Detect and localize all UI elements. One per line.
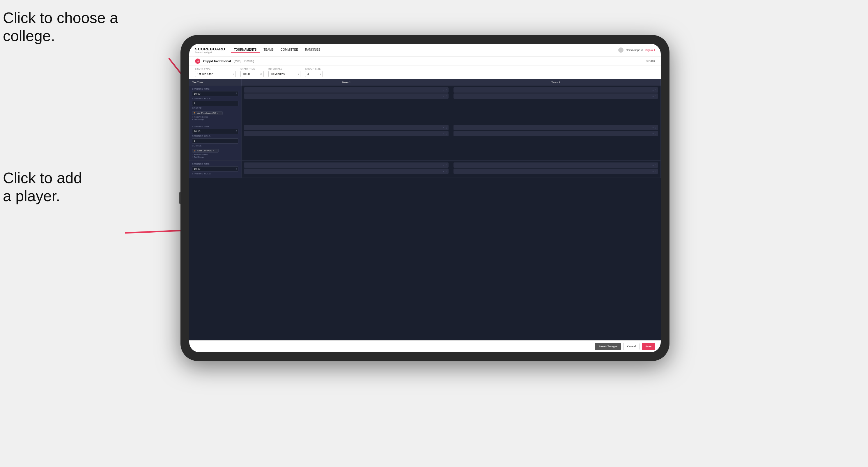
starting-hole-select-1[interactable]: 1 — [192, 101, 238, 106]
player-x-icon-t2-21[interactable]: × — [652, 126, 654, 129]
tournament-icon: C — [195, 59, 200, 64]
player-x-icon-1-2[interactable]: × — [443, 95, 444, 97]
player-edit-icon-t2-31[interactable]: ⋮ — [655, 164, 657, 166]
group-size-label: Group Size — [305, 67, 322, 70]
course-label-2: COURSE: — [192, 145, 238, 147]
player-x-icon-1-1[interactable]: × — [443, 89, 444, 91]
save-button[interactable]: Save — [642, 343, 655, 350]
course-tag-remove-2[interactable]: × — [213, 149, 214, 152]
course-tag-remove-1[interactable]: × — [217, 112, 218, 115]
course-tag-wrapper-2: 🏌 East Lake GC × ⋮ — [192, 147, 238, 153]
tee-left-1: STARTING TIME: ⏱ STARTING HOLE: 1 COURSE… — [189, 86, 242, 123]
player-slot-t1-21[interactable]: × ⋮ — [244, 125, 448, 130]
player-edit-icon-t1-31[interactable]: ⋮ — [445, 164, 447, 166]
course-tag-edit-2[interactable]: ⋮ — [215, 149, 217, 152]
player-edit-icon-t2-21[interactable]: ⋮ — [655, 126, 657, 129]
add-group-1[interactable]: + Add Group — [192, 119, 238, 121]
course-tag-2[interactable]: 🏌 East Lake GC × ⋮ — [192, 149, 219, 153]
player-slot-1-2[interactable]: × ⋮ — [244, 93, 448, 99]
sign-out-link[interactable]: Sign out — [645, 49, 655, 52]
starting-time-input-3[interactable] — [192, 166, 238, 172]
remove-group-label-1: Remove Group — [194, 116, 208, 118]
player-edit-icon-2-1[interactable]: ⋮ — [655, 89, 657, 91]
player-slot-1-1[interactable]: × ⋮ — [244, 87, 448, 93]
remove-group-1[interactable]: ○ Remove Group — [192, 116, 238, 118]
player-slot-t2-22[interactable]: × ⋮ — [454, 131, 658, 136]
player-slot-t2-21[interactable]: × ⋮ — [454, 125, 658, 130]
player-slot-t1-22[interactable]: × ⋮ — [244, 131, 448, 136]
nav-tournaments[interactable]: TOURNAMENTS — [231, 47, 260, 53]
player-slot-t2-31[interactable]: × ⋮ — [454, 162, 658, 168]
starting-hole-select-2[interactable]: 1 — [192, 138, 238, 144]
intervals-label: Intervals — [268, 67, 300, 70]
nav-right: blair@clippd.io Sign out — [618, 48, 655, 53]
nav-links: TOURNAMENTS TEAMS COMMITTEE RANKINGS — [231, 47, 618, 53]
start-time-input-wrapper: ⏱ — [241, 71, 264, 77]
tee-team1-1: × ⋮ × ⋮ — [242, 86, 451, 123]
player-x-icon-t2-22[interactable]: × — [652, 132, 654, 135]
starting-time-label-2: STARTING TIME: — [192, 125, 238, 127]
player-edit-icon-t2-22[interactable]: ⋮ — [655, 132, 657, 135]
player-edit-icon-t2-32[interactable]: ⋮ — [655, 170, 657, 173]
annotation-bottom-line2: a player. — [3, 187, 82, 205]
annotation-top: Click to choose a college. — [3, 9, 118, 45]
group-size-select-wrapper: 3 ▾ — [305, 71, 322, 77]
player-slot-t1-31[interactable]: × ⋮ — [244, 162, 448, 168]
player-x-icon-t2-32[interactable]: × — [652, 170, 654, 173]
player-slot-t1-32[interactable]: × ⋮ — [244, 168, 448, 174]
start-type-select[interactable]: 1st Tee Start — [195, 71, 236, 77]
add-group-icon-1: + — [192, 119, 193, 121]
tee-team1-2: × ⋮ × ⋮ — [242, 123, 451, 160]
table-header: Tee Time Team 1 Team 2 — [189, 79, 661, 86]
nav-committee[interactable]: COMMITTEE — [278, 47, 301, 53]
player-slot-2-2[interactable]: × ⋮ — [454, 93, 658, 99]
starting-time-input-1[interactable] — [192, 91, 238, 96]
course-tag-edit-1[interactable]: ⋮ — [219, 112, 221, 115]
player-edit-icon-1-2[interactable]: ⋮ — [445, 95, 447, 97]
player-edit-icon-t1-32[interactable]: ⋮ — [445, 170, 447, 173]
nav-teams[interactable]: TEAMS — [261, 47, 277, 53]
tee-left-3: STARTING TIME: ⏱ STARTING HOLE: — [189, 161, 242, 178]
tablet-frame: SCOREBOARD Powered by clippd TOURNAMENTS… — [181, 35, 670, 361]
main-content[interactable]: STARTING TIME: ⏱ STARTING HOLE: 1 COURSE… — [189, 86, 661, 340]
starting-hole-label-2: STARTING HOLE: — [192, 135, 238, 137]
remove-group-label-2: Remove Group — [194, 153, 208, 155]
starting-time-input-2[interactable] — [192, 129, 238, 134]
player-x-icon-t1-31[interactable]: × — [443, 164, 444, 166]
starting-hole-label-1: STARTING HOLE: — [192, 97, 238, 100]
add-group-label-2: Add Group — [194, 156, 204, 158]
player-x-icon-2-2[interactable]: × — [652, 95, 654, 97]
player-slot-t2-32[interactable]: × ⋮ — [454, 168, 658, 174]
player-x-icon-t2-31[interactable]: × — [652, 164, 654, 166]
remove-group-2[interactable]: ○ Remove Group — [192, 153, 238, 155]
player-edit-icon-1-1[interactable]: ⋮ — [445, 89, 447, 91]
top-nav: SCOREBOARD Powered by clippd TOURNAMENTS… — [189, 44, 661, 57]
player-slot-2-1[interactable]: × ⋮ — [454, 87, 658, 93]
starting-time-label-1: STARTING TIME: — [192, 88, 238, 90]
course-label-1: COURSE: — [192, 107, 238, 109]
group-size-select[interactable]: 3 — [305, 71, 322, 77]
starting-hole-label-3: STARTING HOLE: — [192, 173, 238, 175]
add-group-2[interactable]: + Add Group — [192, 156, 238, 158]
tee-row-3: STARTING TIME: ⏱ STARTING HOLE: × ⋮ × ⋮ — [189, 161, 661, 178]
player-edit-icon-2-2[interactable]: ⋮ — [655, 95, 657, 97]
player-x-icon-t1-22[interactable]: × — [443, 132, 444, 135]
player-x-icon-2-1[interactable]: × — [652, 89, 654, 91]
tee-team2-1: × ⋮ × ⋮ — [451, 86, 661, 123]
back-button[interactable]: < Back — [646, 59, 655, 63]
tee-row-2: STARTING TIME: ⏱ STARTING HOLE: 1 COURSE… — [189, 123, 661, 161]
course-tag-1[interactable]: 🏌 (A) Peachtree GC × ⋮ — [192, 111, 223, 115]
player-edit-icon-t1-21[interactable]: ⋮ — [445, 126, 447, 129]
reset-button[interactable]: Reset Changes — [595, 343, 621, 350]
tee-team1-3: × ⋮ × ⋮ — [242, 161, 451, 178]
nav-rankings[interactable]: RANKINGS — [302, 47, 323, 53]
player-edit-icon-t1-22[interactable]: ⋮ — [445, 132, 447, 135]
logo-area: SCOREBOARD Powered by clippd — [195, 47, 225, 53]
player-x-icon-t1-21[interactable]: × — [443, 126, 444, 129]
player-x-icon-t1-32[interactable]: × — [443, 170, 444, 173]
intervals-select[interactable]: 10 Minutes — [268, 71, 300, 77]
th-team2: Team 2 — [451, 79, 661, 86]
cancel-button[interactable]: Cancel — [623, 343, 640, 350]
time-icon-3: ⏱ — [236, 168, 238, 170]
course-tag-icon-1: 🏌 — [193, 112, 196, 115]
